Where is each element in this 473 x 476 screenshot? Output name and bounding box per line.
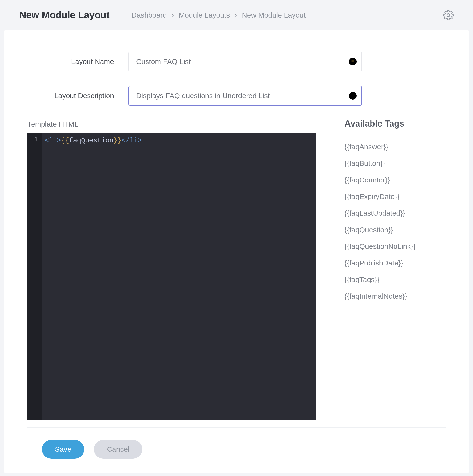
code-editor[interactable]: 1 <li>{{faqQuestion}}</li> [27,133,316,420]
gear-icon [443,10,454,20]
tag-item[interactable]: {{faqCounter}} [344,171,446,188]
input-indicator-icon[interactable] [349,92,356,100]
settings-button[interactable] [443,10,454,20]
breadcrumb-separator: › [171,11,174,19]
breadcrumb-item-current: New Module Layout [242,11,305,19]
row-layout-name: Layout Name [27,52,446,71]
template-html-label: Template HTML [27,120,316,128]
code-token: > [138,137,142,144]
line-number: 1 [31,136,38,143]
page-title: New Module Layout [19,10,122,20]
code-token: li [49,137,57,144]
layout-name-label: Layout Name [27,57,129,66]
layout-description-input-wrap [129,86,362,106]
code-token: > [57,137,61,144]
layout-name-input[interactable] [129,52,362,71]
layout-description-label: Layout Description [27,92,129,100]
tag-item[interactable]: {{faqLastUpdated}} [344,205,446,221]
editor-column: Template HTML 1 <li>{{faqQuestion}}</li> [27,120,316,420]
editor-row: Template HTML 1 <li>{{faqQuestion}}</li>… [27,120,446,420]
form-card: Layout Name Layout Description [4,30,469,473]
layout-description-input[interactable] [129,86,362,106]
code-token: < [45,137,49,144]
row-layout-description: Layout Description [27,86,446,106]
tag-item[interactable]: {{faqQuestion}} [344,221,446,238]
tag-item[interactable]: {{faqButton}} [344,155,446,171]
input-indicator-icon[interactable] [349,58,356,66]
available-tags-column: Available Tags {{faqAnswer}} {{faqButton… [344,120,446,420]
breadcrumb: Dashboard › Module Layouts › New Module … [132,11,443,19]
tag-item[interactable]: {{faqTags}} [344,271,446,288]
code-token: li [130,137,138,144]
topbar: New Module Layout Dashboard › Module Lay… [0,0,473,30]
cancel-button[interactable]: Cancel [94,440,142,459]
tag-item[interactable]: {{faqInternalNotes}} [344,288,446,305]
code-token: }} [114,137,122,144]
code-token: </ [121,137,130,144]
breadcrumb-separator: › [235,11,237,19]
svg-point-0 [447,14,450,17]
breadcrumb-item-module-layouts[interactable]: Module Layouts [179,11,230,19]
layout-name-input-wrap [129,52,362,71]
code-gutter: 1 [27,133,42,420]
code-body[interactable]: <li>{{faqQuestion}}</li> [42,133,146,420]
tag-item[interactable]: {{faqAnswer}} [344,138,446,155]
code-token: faqQuestion [69,137,114,144]
tag-item[interactable]: {{faqQuestionNoLink}} [344,238,446,255]
breadcrumb-item-dashboard[interactable]: Dashboard [132,11,167,19]
save-button[interactable]: Save [42,440,84,459]
actions-bar: Save Cancel [27,428,446,473]
tag-item[interactable]: {{faqExpiryDate}} [344,188,446,205]
code-token: {{ [61,137,69,144]
available-tags-title: Available Tags [344,119,446,129]
tag-item[interactable]: {{faqPublishDate}} [344,255,446,271]
